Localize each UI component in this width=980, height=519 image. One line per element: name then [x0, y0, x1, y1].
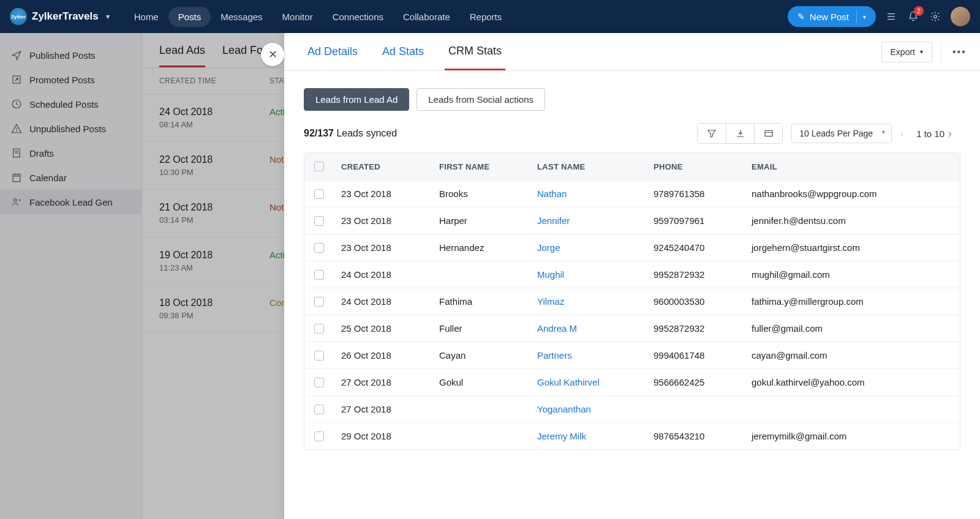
panel-tab-ad-details[interactable]: Ad Details — [304, 33, 361, 70]
bell-icon[interactable]: 2 — [907, 10, 920, 23]
lead-row: 25 Oct 2018FullerAndrea M9952872932fulle… — [304, 315, 960, 342]
lead-row: 27 Oct 2018GokulGokul Kathirvel956666242… — [304, 368, 960, 395]
col-last-name: LAST NAME — [530, 162, 646, 171]
pager-next-button[interactable]: › — [948, 127, 960, 140]
cell-email: mughil@gmail.com — [744, 269, 960, 280]
row-checkbox[interactable] — [314, 324, 324, 334]
cell-created: 26 Oct 2018 — [334, 350, 432, 360]
row-checkbox[interactable] — [314, 216, 324, 226]
col-first-name: FIRST NAME — [432, 162, 530, 171]
cell-email: jeremymilk@gmail.com — [744, 431, 960, 441]
synced-count: 92/137 Leads synced — [304, 128, 397, 139]
svg-rect-16 — [765, 131, 772, 136]
close-panel-button[interactable]: ✕ — [261, 43, 284, 66]
cell-phone: 9600003530 — [646, 296, 744, 307]
row-checkbox[interactable] — [314, 243, 324, 253]
panel-tab-ad-stats[interactable]: Ad Stats — [379, 33, 428, 70]
new-post-label: New Post — [810, 12, 849, 22]
pager-range: 1 to 10 — [916, 129, 944, 139]
lead-row: 24 Oct 2018Mughil9952872932mughil@gmail.… — [304, 261, 960, 288]
panel-tab-crm-stats[interactable]: CRM Stats — [445, 33, 505, 70]
cell-last-name-link[interactable]: Jennifer — [530, 215, 646, 226]
lead-row: 23 Oct 2018HarperJennifer9597097961jenni… — [304, 207, 960, 234]
table-tools — [697, 123, 783, 144]
nav-link-posts[interactable]: Posts — [168, 7, 211, 27]
cell-first-name: Harper — [432, 215, 530, 226]
cell-phone: 9789761358 — [646, 189, 744, 199]
brand-switcher[interactable]: Zylker ZylkerTravels ▾ — [10, 8, 110, 25]
cell-email: cayan@gmail.com — [744, 350, 960, 360]
notification-badge: 2 — [914, 6, 924, 16]
nav-link-collaborate[interactable]: Collaborate — [393, 7, 460, 27]
cell-phone: 9597097961 — [646, 215, 744, 226]
per-page-select[interactable]: 10 Leads Per Page — [791, 124, 892, 143]
pager: ‹ 1 to 10 › — [900, 127, 960, 140]
top-nav: Zylker ZylkerTravels ▾ HomePostsMessages… — [0, 0, 980, 33]
cell-created: 23 Oct 2018 — [334, 215, 432, 226]
row-checkbox[interactable] — [314, 405, 324, 414]
cell-created: 23 Oct 2018 — [334, 242, 432, 253]
cell-last-name-link[interactable]: Jeremy Milk — [530, 431, 646, 441]
cell-phone: 9952872932 — [646, 269, 744, 280]
cell-last-name-link[interactable]: Yilmaz — [530, 296, 646, 307]
lead-row: 29 Oct 2018Jeremy Milk9876543210jeremymi… — [304, 422, 960, 449]
cell-phone: 9245240470 — [646, 242, 744, 253]
crm-stats-panel: ✕ Ad DetailsAd StatsCRM Stats Export ▾ •… — [284, 33, 980, 519]
leads-from-social-actions-button[interactable]: Leads from Social actions — [417, 88, 545, 111]
new-post-button[interactable]: ✎ New Post ▾ — [788, 6, 876, 27]
modal-overlay — [0, 33, 284, 519]
row-checkbox[interactable] — [314, 297, 324, 307]
row-checkbox[interactable] — [314, 351, 324, 360]
cell-first-name: Gokul — [432, 377, 530, 387]
cell-email: jennifer.h@dentsu.com — [744, 215, 960, 226]
nav-link-monitor[interactable]: Monitor — [273, 7, 323, 27]
chevron-down-icon[interactable]: ▾ — [856, 10, 872, 24]
lead-row: 23 Oct 2018BrooksNathan9789761358nathanb… — [304, 180, 960, 207]
cell-first-name: Cayan — [432, 350, 530, 360]
export-button[interactable]: Export ▾ — [881, 42, 932, 62]
cell-created: 24 Oct 2018 — [334, 296, 432, 307]
gear-icon[interactable] — [929, 10, 942, 23]
pager-prev-button[interactable]: ‹ — [900, 127, 913, 140]
lead-row: 24 Oct 2018FathimaYilmaz9600003530fathim… — [304, 288, 960, 315]
filter-button[interactable] — [698, 124, 726, 143]
row-checkbox[interactable] — [314, 431, 324, 441]
leads-toolbar: 92/137 Leads synced 10 Leads Per Page ‹ … — [284, 123, 980, 152]
cell-last-name-link[interactable]: Yogananthan — [530, 404, 646, 414]
cell-last-name-link[interactable]: Mughil — [530, 269, 646, 280]
row-checkbox[interactable] — [314, 189, 324, 199]
cell-phone: 9994061748 — [646, 350, 744, 360]
row-checkbox[interactable] — [314, 270, 324, 280]
row-checkbox[interactable] — [314, 378, 324, 387]
cell-first-name: Fathima — [432, 296, 530, 307]
cell-created: 27 Oct 2018 — [334, 404, 432, 414]
nav-link-reports[interactable]: Reports — [460, 7, 512, 27]
cell-email: fuller@gmail.com — [744, 323, 960, 334]
cell-first-name: Fuller — [432, 323, 530, 334]
cell-last-name-link[interactable]: Jorge — [530, 242, 646, 253]
cell-first-name: Brooks — [432, 189, 530, 199]
cell-phone: 9952872932 — [646, 323, 744, 334]
cell-last-name-link[interactable]: Andrea M — [530, 323, 646, 334]
cell-created: 23 Oct 2018 — [334, 189, 432, 199]
chevron-down-icon: ▾ — [106, 12, 110, 21]
leads-from-lead-ad-button[interactable]: Leads from Lead Ad — [304, 88, 409, 111]
more-actions-button[interactable]: ••• — [941, 42, 960, 62]
feed-icon[interactable] — [884, 10, 898, 23]
col-created: CREATED — [334, 162, 432, 171]
export-label: Export — [891, 47, 915, 57]
download-button[interactable] — [726, 124, 754, 143]
main-nav: HomePostsMessagesMonitorConnectionsColla… — [124, 7, 512, 27]
cell-last-name-link[interactable]: Gokul Kathirvel — [530, 377, 646, 387]
nav-link-home[interactable]: Home — [124, 7, 168, 27]
cell-last-name-link[interactable]: Nathan — [530, 189, 646, 199]
cell-last-name-link[interactable]: Partners — [530, 350, 646, 360]
cell-email: fathima.y@millergroup.com — [744, 296, 960, 307]
cell-first-name: Hernandez — [432, 242, 530, 253]
nav-link-connections[interactable]: Connections — [323, 7, 393, 27]
user-avatar[interactable] — [951, 7, 970, 26]
columns-button[interactable] — [754, 124, 782, 143]
select-all-checkbox[interactable] — [314, 162, 324, 171]
cell-phone: 9566662425 — [646, 377, 744, 387]
nav-link-messages[interactable]: Messages — [211, 7, 272, 27]
